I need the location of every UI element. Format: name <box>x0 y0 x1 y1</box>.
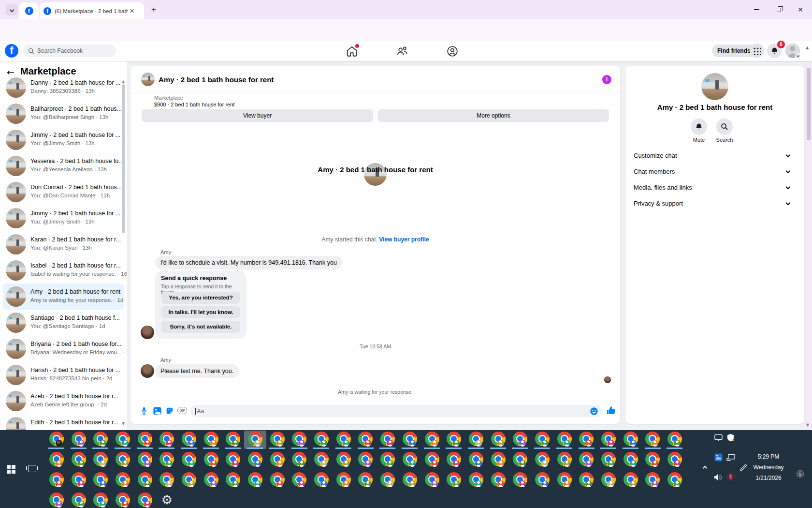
taskbar-chrome-button[interactable] <box>89 431 112 449</box>
attach-image-icon[interactable] <box>152 405 162 416</box>
apps-menu-button[interactable] <box>750 44 764 58</box>
taskbar-chrome-button[interactable] <box>156 471 178 490</box>
taskbar-chrome-button[interactable] <box>222 451 245 469</box>
search-input[interactable] <box>37 47 110 54</box>
taskbar-chrome-button[interactable] <box>399 471 421 490</box>
taskbar-chrome-button[interactable] <box>89 471 112 490</box>
taskbar-chrome-button[interactable] <box>333 451 355 469</box>
conversation-item[interactable]: Azeb · 2 bed 1 bath house for r...Azeb G… <box>3 388 124 414</box>
tray-app-icon[interactable] <box>714 453 723 462</box>
taskbar-chrome-button[interactable] <box>531 471 553 490</box>
taskbar-chrome-button[interactable] <box>289 471 311 490</box>
conversation-item[interactable]: Jimmy · 2 bed 1 bath house for ...You: @… <box>3 205 124 231</box>
taskbar-chrome-button[interactable] <box>45 471 68 490</box>
mute-button[interactable] <box>691 119 707 135</box>
taskbar-chrome-button[interactable] <box>310 471 333 490</box>
taskbar-chrome-button[interactable] <box>531 431 553 449</box>
taskbar-chrome-button[interactable] <box>377 431 399 449</box>
taskbar-chrome-button[interactable] <box>465 431 487 449</box>
conversation-item[interactable]: Jimmy · 2 bed 1 bath house for ...You: @… <box>3 127 124 153</box>
taskbar-chrome-button[interactable] <box>112 451 134 469</box>
taskbar-chrome-button[interactable] <box>244 451 266 469</box>
facebook-search[interactable] <box>23 45 116 57</box>
view-buyer-button[interactable]: View buyer <box>142 109 373 122</box>
conversation-item[interactable]: Karan · 2 bed 1 bath house for r...You: … <box>3 231 124 257</box>
taskbar-chrome-button[interactable] <box>487 431 509 449</box>
taskbar-chrome-button[interactable] <box>178 431 200 449</box>
taskbar-chrome-button[interactable] <box>597 451 620 469</box>
task-view-button[interactable] <box>28 465 36 472</box>
message-input[interactable] <box>190 405 602 417</box>
sticker-icon[interactable] <box>164 405 175 416</box>
taskbar-chrome-button[interactable] <box>421 471 443 490</box>
taskbar-chrome-button[interactable] <box>465 451 487 469</box>
info-icon[interactable]: i <box>602 75 611 84</box>
taskbar-chrome-button[interactable] <box>531 451 553 469</box>
taskbar-chrome-button[interactable] <box>355 471 377 490</box>
taskbar-chrome-button[interactable] <box>421 451 443 469</box>
taskbar-chrome-button[interactable] <box>200 431 222 449</box>
account-button[interactable] <box>785 44 800 58</box>
taskbar-chrome-button[interactable] <box>112 471 134 490</box>
page-scroll-down-icon[interactable]: ▼ <box>806 423 809 427</box>
taskbar-chrome-button[interactable] <box>112 431 134 449</box>
taskbar-chrome-button[interactable] <box>487 451 509 469</box>
taskbar-chrome-button[interactable] <box>178 471 200 490</box>
taskbar-chrome-button[interactable] <box>222 431 245 449</box>
conversation-item[interactable]: Briyana · 2 bed 1 bath house for...Briya… <box>3 336 124 362</box>
emoji-icon[interactable] <box>590 407 598 416</box>
taskbar-chrome-button[interactable] <box>642 471 664 490</box>
taskbar-chrome-button[interactable] <box>89 492 112 508</box>
conversation-item[interactable]: Baliharpreet · 2 bed 1 bath hous...You: … <box>3 101 124 127</box>
quick-response-option[interactable]: Yes, are you interested? <box>161 292 240 304</box>
active-tab[interactable]: f (6) Marketplace - 2 bed 1 bath h ✕ <box>40 2 144 19</box>
taskbar-chrome-button[interactable] <box>355 451 377 469</box>
taskbar-chrome-button[interactable] <box>620 431 642 449</box>
view-buyer-profile-link[interactable]: View buyer profile <box>379 236 429 243</box>
taskbar-clock[interactable]: 5:29 PM Wednesday 1/21/2026 <box>739 451 798 483</box>
nav-home-tab[interactable] <box>346 45 358 58</box>
window-close-button[interactable]: ✕ <box>793 5 808 15</box>
taskbar-chrome-button[interactable] <box>134 451 156 469</box>
taskbar-chrome-button[interactable] <box>156 431 178 449</box>
details-menu-item[interactable]: Customize chat <box>629 148 800 164</box>
taskbar-chrome-button[interactable] <box>642 451 664 469</box>
conversation-item[interactable]: Isabel · 2 bed 1 bath house for r...Isab… <box>3 257 124 284</box>
taskbar-chrome-button[interactable] <box>89 451 112 469</box>
tray-cast-icon[interactable] <box>714 434 723 441</box>
taskbar-chrome-button[interactable] <box>156 451 178 469</box>
search-chat-button[interactable] <box>716 119 733 135</box>
tray-defender-icon[interactable]: ! <box>726 433 735 442</box>
taskbar-chrome-button[interactable] <box>399 431 421 449</box>
taskbar-chrome-button[interactable] <box>266 451 289 469</box>
quick-response-option[interactable]: In talks. I'll let you know. <box>161 306 240 318</box>
taskbar-chrome-button[interactable] <box>377 471 399 490</box>
taskbar-chrome-button[interactable] <box>45 492 68 508</box>
start-button[interactable] <box>7 465 15 474</box>
taskbar-chrome-button[interactable] <box>244 431 266 449</box>
message-input-field[interactable] <box>197 408 569 415</box>
details-menu-item[interactable]: Media, files and links <box>629 180 800 195</box>
more-options-button[interactable]: More options <box>378 109 609 122</box>
taskbar-chrome-button[interactable] <box>45 431 68 449</box>
taskbar-chrome-button[interactable] <box>664 451 686 469</box>
window-restore-button[interactable] <box>771 5 786 15</box>
sidebar-scrollbar[interactable] <box>122 84 125 233</box>
taskbar-chrome-button[interactable] <box>68 492 90 508</box>
taskbar-chrome-button[interactable] <box>200 471 222 490</box>
pinned-facebook-tab[interactable]: f <box>19 2 39 19</box>
taskbar-chrome-button[interactable] <box>310 431 333 449</box>
taskbar-chrome-button[interactable] <box>112 492 134 508</box>
tab-search-button[interactable] <box>6 4 17 15</box>
taskbar-chrome-button[interactable] <box>509 431 531 449</box>
taskbar-chrome-button[interactable] <box>664 431 686 449</box>
taskbar-chrome-button[interactable] <box>222 471 245 490</box>
taskbar-chrome-button[interactable] <box>333 471 355 490</box>
taskbar-chrome-button[interactable] <box>443 431 465 449</box>
conversation-item[interactable]: Santiago · 2 bed 1 bath house f...You: @… <box>3 310 124 336</box>
taskbar-chrome-button[interactable] <box>200 451 222 469</box>
taskbar-chrome-button[interactable] <box>266 431 289 449</box>
like-icon[interactable] <box>606 405 616 416</box>
taskbar-chrome-button[interactable] <box>553 451 576 469</box>
sidebar-scroll-up-icon[interactable]: ▲ <box>122 79 125 84</box>
